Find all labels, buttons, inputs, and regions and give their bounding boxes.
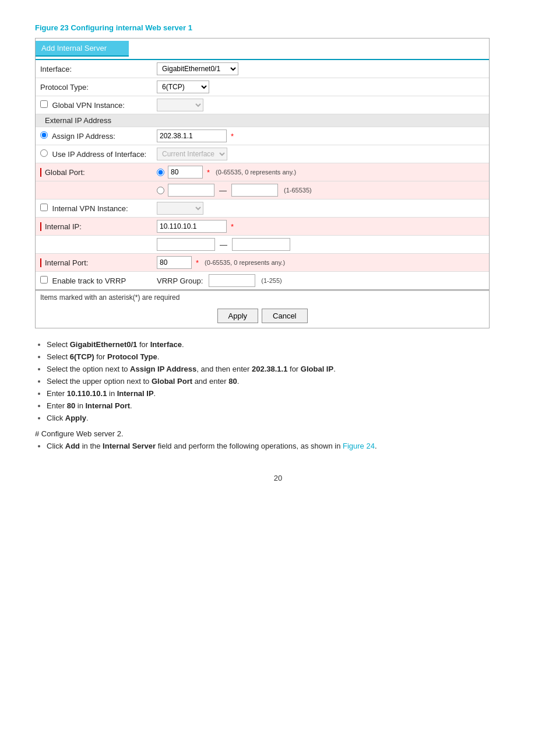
internal-ip-input[interactable]: [157, 220, 227, 233]
global-vpn-checkbox[interactable]: [40, 100, 48, 108]
global-port-radio2[interactable]: [157, 187, 164, 194]
use-interface-label: Use IP Address of Interface:: [40, 149, 157, 159]
form-row-internal-ip2: —: [36, 236, 489, 254]
form-row-vrrp: Enable track to VRRP VRRP Group: (1-255): [36, 272, 489, 290]
global-port-input3[interactable]: [231, 184, 278, 197]
global-port-input2[interactable]: [168, 184, 214, 197]
external-ip-section: External IP Address: [36, 114, 489, 127]
internal-ip-controls: *: [157, 220, 484, 233]
global-port-controls-1: * (0-65535, 0 represents any.): [157, 166, 484, 178]
form-container: Add Internal Server Interface: GigabitEt…: [35, 38, 490, 328]
instruction-list: Select GigabitEthernet0/1 for Interface.…: [47, 340, 521, 422]
internal-port-controls: * (0-65535, 0 represents any.): [157, 256, 484, 269]
use-interface-radio[interactable]: [40, 149, 48, 157]
assign-ip-input[interactable]: [157, 130, 227, 142]
global-port-hint1: (0-65535, 0 represents any.): [216, 169, 296, 176]
internal-vpn-controls: [157, 202, 484, 215]
ip2-dash: —: [220, 240, 227, 249]
assign-ip-label: Assign IP Address:: [40, 131, 157, 141]
vrrp-controls: VRRP Group: (1-255): [157, 274, 484, 287]
protocol-label: Protocol Type:: [40, 83, 157, 92]
global-port-hint2: (1-65535): [284, 187, 312, 194]
vrrp-group-label: VRRP Group:: [157, 276, 203, 285]
form-header: Add Internal Server: [36, 41, 129, 57]
internal-port-asterisk: *: [196, 258, 199, 267]
global-vpn-select[interactable]: [157, 99, 203, 111]
form-row-internal-ip: Internal IP: *: [36, 218, 489, 236]
internal-vpn-checkbox[interactable]: [40, 204, 48, 211]
button-row: Apply Cancel: [36, 304, 489, 328]
use-interface-controls: Current Interface: [157, 148, 484, 160]
assign-ip-asterisk: *: [231, 132, 234, 141]
assign-ip-controls: *: [157, 130, 484, 142]
assign-ip-radio[interactable]: [40, 131, 48, 139]
list-item-6: Enter 80 in Internal Port.: [47, 401, 521, 410]
internal-ip2-input1[interactable]: [157, 238, 215, 251]
page-number: 20: [35, 474, 521, 482]
internal-ip-label: Internal IP:: [40, 222, 157, 231]
internal-port-input[interactable]: [157, 256, 192, 269]
figure24-link[interactable]: Figure 24: [343, 442, 375, 450]
configure-bullet-list: Click Add in the Internal Server field a…: [47, 442, 521, 450]
global-port-asterisk: *: [207, 168, 210, 177]
external-ip-label: External IP Address: [40, 114, 116, 127]
list-item-5: Enter 10.110.10.1 in Internal IP.: [47, 389, 521, 398]
vrrp-group-input[interactable]: [209, 274, 255, 287]
form-row-interface: Interface: GigabitEthernet0/1: [36, 60, 489, 78]
cancel-button[interactable]: Cancel: [262, 309, 307, 323]
global-port-radio1[interactable]: [157, 169, 164, 176]
port-dash: —: [219, 186, 227, 195]
form-row-use-interface: Use IP Address of Interface: Current Int…: [36, 145, 489, 163]
global-port-input1[interactable]: [168, 166, 203, 178]
use-interface-select[interactable]: Current Interface: [157, 148, 227, 160]
protocol-controls: 6(TCP): [157, 80, 484, 93]
global-port-controls-2: — (1-65535): [157, 184, 484, 197]
vrrp-checkbox[interactable]: [40, 276, 48, 284]
vrrp-hint: (1-255): [261, 277, 281, 284]
configure-note: # Configure Web server 2.: [35, 429, 521, 438]
form-row-protocol: Protocol Type: 6(TCP): [36, 78, 489, 96]
figure-title: Figure 23 Configuring internal Web serve…: [35, 23, 521, 32]
protocol-select[interactable]: 6(TCP): [157, 80, 209, 93]
internal-port-label: Internal Port:: [40, 258, 157, 267]
interface-select[interactable]: GigabitEthernet0/1: [157, 62, 238, 75]
internal-vpn-select[interactable]: [157, 202, 203, 215]
list-item-4: Select the upper option next to Global P…: [47, 377, 521, 386]
configure-list-item: Click Add in the Internal Server field a…: [47, 442, 521, 450]
interface-controls: GigabitEthernet0/1: [157, 62, 484, 75]
form-row-global-vpn: Global VPN Instance:: [36, 96, 489, 114]
list-item-1: Select GigabitEthernet0/1 for Interface.: [47, 340, 521, 349]
footer-note: Items marked with an asterisk(*) are req…: [36, 290, 489, 304]
form-row-internal-port: Internal Port: * (0-65535, 0 represents …: [36, 254, 489, 272]
interface-label: Interface:: [40, 65, 157, 74]
internal-ip2-controls: —: [157, 238, 484, 251]
list-item-3: Select the option next to Assign IP Addr…: [47, 365, 521, 373]
form-row-internal-vpn: Internal VPN Instance:: [36, 200, 489, 218]
apply-button[interactable]: Apply: [217, 309, 259, 323]
internal-ip-asterisk: *: [231, 222, 234, 231]
internal-vpn-label: Internal VPN Instance:: [40, 204, 157, 213]
form-row-assign-ip: Assign IP Address: *: [36, 127, 489, 145]
list-item-7: Click Apply.: [47, 414, 521, 422]
global-port-label: Global Port:: [40, 168, 157, 177]
internal-ip2-input2[interactable]: [232, 238, 290, 251]
global-vpn-controls: [157, 99, 484, 111]
form-header-row: Add Internal Server: [36, 38, 489, 60]
list-item-2: Select 6(TCP) for Protocol Type.: [47, 352, 521, 361]
internal-port-hint: (0-65535, 0 represents any.): [205, 259, 285, 266]
global-vpn-label: Global VPN Instance:: [40, 100, 157, 110]
vrrp-label: Enable track to VRRP: [40, 276, 157, 285]
form-row-global-port: Global Port: * (0-65535, 0 represents an…: [36, 163, 489, 200]
